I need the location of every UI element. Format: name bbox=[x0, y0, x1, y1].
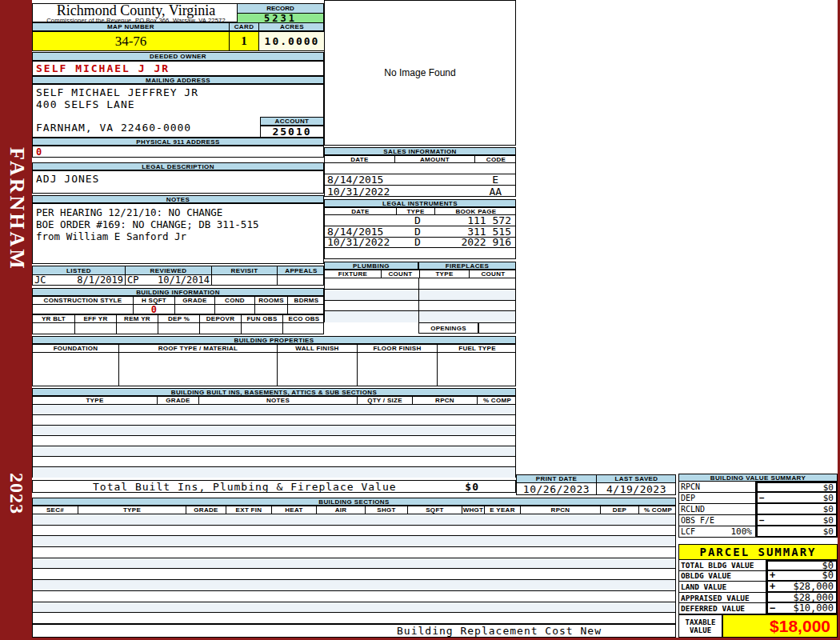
plumbing-fireplaces-header: FIXTURE COUNT TYPE COUNT bbox=[324, 270, 516, 278]
built-ins-bar: BUILDING BUILT INS, BASEMENTS, ATTICS & … bbox=[32, 388, 516, 396]
card-label: CARD bbox=[229, 23, 258, 30]
listed-label: LISTED bbox=[33, 266, 125, 274]
sales-row bbox=[325, 163, 515, 174]
table-row bbox=[33, 591, 675, 602]
sales-row: 10/31/2022 AA bbox=[325, 186, 515, 197]
col-header: NOTES bbox=[198, 397, 357, 404]
sales-rows: 8/14/2015 E 10/31/2022 AA bbox=[324, 163, 516, 197]
col-header: WALL FINISH bbox=[277, 345, 357, 352]
year-vertical-label: 2023 bbox=[6, 466, 27, 522]
account-label: ACCOUNT bbox=[260, 117, 324, 126]
building-properties-body bbox=[32, 353, 516, 386]
table-row bbox=[33, 602, 675, 614]
built-ins-total-label: Total Built Ins, Plumbing & Fireplace Va… bbox=[33, 481, 397, 493]
col-header: AIR bbox=[316, 506, 365, 514]
print-date-label: PRINT DATE bbox=[517, 475, 596, 482]
plumbing-fireplaces-body bbox=[324, 278, 516, 322]
building-properties-header: FOUNDATION ROOF TYPE / MATERIAL WALL FIN… bbox=[32, 344, 516, 353]
table-row bbox=[33, 536, 675, 547]
instrument-row bbox=[325, 248, 515, 259]
bvs-row: DEP −$0 bbox=[678, 493, 838, 504]
building-sections-bar: BUILDING SECTIONS bbox=[32, 498, 676, 506]
plumbing-bar: PLUMBING bbox=[324, 262, 418, 270]
col-header: DATE bbox=[325, 156, 394, 162]
table-row bbox=[33, 569, 675, 580]
revisit-cell bbox=[211, 275, 277, 285]
col-header: HEAT bbox=[271, 506, 316, 514]
last-saved-value: 4/19/2023 bbox=[596, 483, 676, 494]
instrument-row: 10/31/2022 D 2022 916 bbox=[325, 238, 515, 249]
hsqft-value: 0 bbox=[133, 305, 174, 314]
map-value-row: 34-76 1 10.0000 bbox=[32, 31, 324, 51]
col-header: RPCN bbox=[412, 397, 477, 404]
print-info-header: PRINT DATE LAST SAVED bbox=[516, 474, 676, 483]
col-header: YR BLT bbox=[33, 315, 74, 322]
deeded-owner-value: SELF MICHAEL J JR bbox=[32, 61, 324, 76]
bvs-row: RPCN $0 bbox=[678, 482, 838, 493]
building-info-header1: CONSTRUCTION STYLE H SQFT GRADE COND ROO… bbox=[32, 296, 324, 305]
building-sections-rows bbox=[32, 514, 676, 624]
fireplaces-bar: FIREPLACES bbox=[418, 262, 516, 270]
built-ins-rows bbox=[32, 405, 516, 478]
acres-label: ACRES bbox=[258, 23, 325, 30]
col-header: FLOOR FINISH bbox=[357, 345, 437, 352]
record-box: RECORD 5231 bbox=[237, 3, 324, 22]
col-header: FUN OBS bbox=[241, 315, 282, 322]
bvs-row: RCLND $0 bbox=[678, 504, 838, 515]
parcel-summary: TOTAL BLDG VALUE $0 OBLDG VALUE +$0 LAND… bbox=[678, 560, 838, 614]
last-saved-label: LAST SAVED bbox=[596, 475, 676, 482]
bvs-row: LCF100% $0 bbox=[678, 526, 838, 538]
taxable-value-label: TAXABLE VALUE bbox=[678, 614, 722, 638]
table-row bbox=[33, 415, 515, 426]
note-line: BOE ORDER #169: NO CHANGE; DB 311-515 bbox=[36, 218, 323, 230]
building-value-summary-bar: BUILDING VALUE SUMMARY bbox=[678, 474, 838, 482]
table-row bbox=[325, 301, 515, 312]
col-header: COUNT bbox=[469, 270, 517, 278]
col-header: CONSTRUCTION STYLE bbox=[33, 297, 133, 304]
parcel-summary-title: PARCEL SUMMARY bbox=[678, 544, 838, 560]
map-number-value: 34-76 bbox=[33, 32, 229, 50]
reviewed-date: 10/1/2014 bbox=[158, 274, 210, 286]
property-record-card: FARNHAM 2023 Richmond County, Virginia C… bbox=[0, 0, 840, 640]
built-ins-header: TYPE GRADE NOTES QTY / SIZE RPCN % COMP bbox=[32, 396, 516, 405]
built-ins-total-row: Total Built Ins, Plumbing & Fireplace Va… bbox=[32, 480, 516, 493]
table-row bbox=[33, 405, 515, 415]
table-row bbox=[33, 613, 675, 624]
col-header: EXT FIN bbox=[226, 506, 271, 514]
building-value-summary: RPCN $0 DEP −$0 RCLND $0 OBS F/E bbox=[678, 482, 838, 538]
col-header: % COMP bbox=[638, 506, 677, 514]
building-sections-header: SEC# TYPE GRADE EXT FIN HEAT AIR SHGT SQ… bbox=[32, 506, 676, 514]
building-info-bar: BUILDING INFORMATION bbox=[32, 288, 324, 296]
physical-address-value: 0 bbox=[32, 146, 324, 158]
col-header: BDRMS bbox=[287, 297, 325, 304]
col-header: SQFT bbox=[407, 506, 462, 514]
col-header: ECO OBS bbox=[282, 315, 325, 322]
parcel-row: TOTAL BLDG VALUE $0 bbox=[678, 560, 838, 571]
card-value: 1 bbox=[229, 32, 258, 50]
col-header: % COMP bbox=[477, 397, 517, 404]
table-row bbox=[33, 436, 515, 446]
review-value-row: JC 8/1/2019 CP 10/1/2014 bbox=[32, 275, 324, 286]
sales-info-bar: SALES INFORMATION bbox=[324, 147, 516, 155]
col-header: SEC# bbox=[33, 506, 78, 514]
notes-box: PER HEARING 12/21/10: NO CHANGE BOE ORDE… bbox=[32, 203, 324, 264]
col-header: TYPE bbox=[33, 397, 157, 404]
table-row bbox=[33, 467, 515, 478]
col-header: SHGT bbox=[365, 506, 407, 514]
mailing-name: SELF MICHAEL JEFFREY JR bbox=[36, 86, 198, 98]
col-header: GRADE bbox=[186, 506, 226, 514]
note-line: from William E Sanford Jr bbox=[36, 230, 323, 242]
built-ins-total-value: $0 bbox=[465, 481, 515, 493]
notes-bar: NOTES bbox=[32, 195, 324, 203]
table-row bbox=[33, 547, 675, 558]
openings-label: OPENINGS bbox=[418, 322, 478, 334]
parcel-row: DEFERRED VALUE −$10,000 bbox=[678, 603, 838, 614]
col-header: TYPE bbox=[396, 208, 434, 214]
col-header: REM YR bbox=[116, 315, 158, 322]
col-header: COND bbox=[214, 297, 254, 304]
taxable-value: $18,000 bbox=[722, 614, 838, 638]
district-vertical-label: FARNHAM bbox=[5, 141, 29, 277]
building-properties-bar: BUILDING PROPERTIES bbox=[32, 336, 516, 344]
map-number-label: MAP NUMBER bbox=[33, 23, 229, 30]
col-header: E YEAR bbox=[484, 506, 520, 514]
